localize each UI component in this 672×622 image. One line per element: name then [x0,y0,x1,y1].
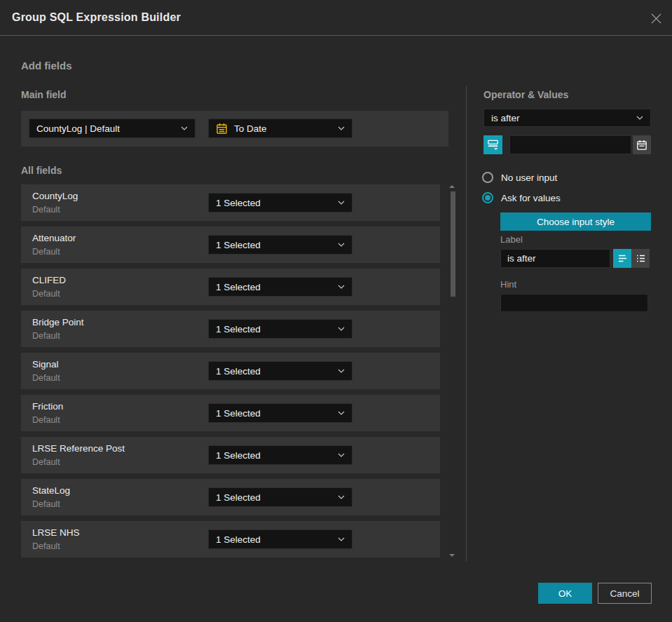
field-row: Signal Default 1 Selected [21,353,440,389]
main-field-type-value: To Date [234,123,267,134]
list-icon [636,253,646,264]
field-row: Attenuator Default 1 Selected [21,227,440,263]
chevron-down-icon [636,116,643,120]
field-selection-value: 1 Selected [216,450,261,461]
choose-input-style-button[interactable]: Choose input style [500,212,651,231]
radio-no-user-input[interactable]: No user input [482,172,557,183]
field-name: LRSE NHS [32,527,80,538]
close-icon [650,13,662,25]
field-selection-select[interactable]: 1 Selected [208,193,352,212]
chevron-down-icon [338,243,345,247]
list-input-style-button[interactable] [631,249,650,268]
field-type: Default [32,499,60,509]
field-selection-value: 1 Selected [216,492,261,503]
field-selection-value: 1 Selected [216,366,261,377]
chevron-down-icon [181,126,188,130]
field-selection-select[interactable]: 1 Selected [208,319,352,339]
dialog-title: Group SQL Expression Builder [12,11,181,24]
hint-label: Hint [500,279,516,290]
field-name: CountyLog [32,191,78,201]
value-input[interactable] [509,135,631,154]
field-selection-select[interactable]: 1 Selected [208,277,352,297]
chevron-down-icon [338,327,345,331]
date-picker-button[interactable] [633,135,651,154]
field-selection-select[interactable]: 1 Selected [208,529,352,549]
chevron-down-icon [338,453,345,457]
calendar-icon [636,140,647,151]
label-input[interactable] [500,249,610,268]
chevron-down-icon [338,537,345,541]
operator-value: is after [491,113,520,123]
field-name: CLIFED [32,275,66,285]
radio-ask-for-values-label: Ask for values [501,193,561,203]
field-type: Default [32,247,60,257]
field-row: Friction Default 1 Selected [21,395,440,431]
radio-circle-icon [482,172,493,183]
field-name: Signal [32,359,59,370]
chevron-down-icon [338,285,345,289]
calendar-icon [216,123,228,135]
field-row: Bridge Point Default 1 Selected [21,311,440,347]
chevron-down-icon [338,411,345,415]
scrollbar-thumb[interactable] [451,191,455,297]
scrollbar-up-arrow[interactable] [449,185,455,188]
radio-no-user-input-label: No user input [501,173,557,183]
cancel-button[interactable]: Cancel [598,583,652,604]
label-label: Label [500,234,523,245]
operator-select[interactable]: is after [484,109,651,127]
close-button[interactable] [648,11,664,26]
field-type: Default [32,541,60,551]
field-name: Bridge Point [32,317,84,327]
field-row: LRSE Reference Post Default 1 Selected [21,437,440,473]
field-selection-value: 1 Selected [216,534,261,545]
main-field-type-select[interactable]: To Date [208,119,352,138]
field-selection-value: 1 Selected [216,324,261,334]
chevron-down-icon [338,201,345,205]
radio-ask-for-values[interactable]: Ask for values [482,192,561,203]
field-type: Default [32,331,60,341]
field-type: Default [32,373,60,383]
align-left-icon [617,253,628,264]
field-type: Default [32,457,60,467]
main-field-select-value: CountyLog | Default [36,123,120,134]
field-row: CountyLog Default 1 Selected [21,184,440,221]
field-type: Default [32,205,60,215]
field-selection-value: 1 Selected [216,408,261,419]
field-row: LRSE NHS Default 1 Selected [21,521,440,557]
hint-input[interactable] [500,294,648,312]
field-selection-value: 1 Selected [216,240,261,250]
field-selection-select[interactable]: 1 Selected [208,361,352,381]
input-type-button[interactable] [484,135,502,154]
field-name: StateLog [32,485,70,496]
field-name: Friction [32,401,63,412]
single-line-input-style-button[interactable] [613,249,631,268]
field-selection-select[interactable]: 1 Selected [208,403,352,423]
ok-button[interactable]: OK [538,583,592,604]
vertical-divider [466,86,467,561]
field-selection-select[interactable]: 1 Selected [208,235,352,255]
field-selection-select[interactable]: 1 Selected [208,445,352,465]
add-fields-heading: Add fields [21,60,72,72]
chevron-down-icon [338,126,345,130]
chevron-down-icon [338,369,345,373]
field-type: Default [32,415,60,425]
radio-selected-icon [482,192,493,203]
main-field-select[interactable]: CountyLog | Default [29,119,196,138]
main-field-panel: CountyLog | Default To Date [21,111,448,147]
scrollbar-down-arrow[interactable] [449,554,455,557]
field-row: CLIFED Default 1 Selected [21,269,440,305]
field-selection-value: 1 Selected [216,282,261,292]
field-name: LRSE Reference Post [32,443,125,454]
field-name: Attenuator [32,233,76,243]
chevron-down-icon [338,495,345,499]
dialog-header: Group SQL Expression Builder [0,0,672,36]
field-type: Default [32,289,60,299]
all-fields-label: All fields [21,165,62,176]
operator-values-label: Operator & Values [484,89,568,100]
field-selection-select[interactable]: 1 Selected [208,487,352,507]
field-selection-value: 1 Selected [216,198,261,208]
field-row: StateLog Default 1 Selected [21,479,440,515]
main-field-label: Main field [21,89,67,100]
stacked-input-icon [487,139,499,151]
